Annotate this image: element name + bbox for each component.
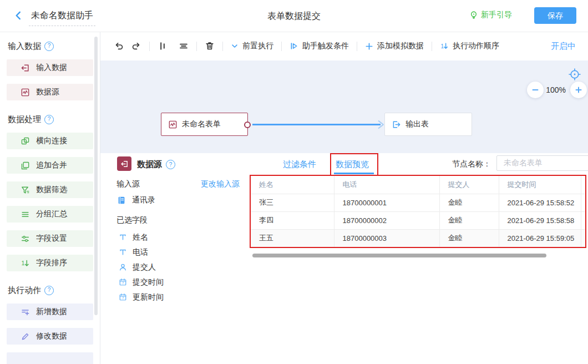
sidebar-item-label: 数据源 <box>36 87 59 97</box>
guide-label: 新手引导 <box>481 10 512 20</box>
sidebar-item-label: 横向连接 <box>36 136 67 146</box>
sidebar-item-字段设置[interactable]: 字段设置 <box>7 230 93 247</box>
section-title-label: 执行动作 <box>8 285 41 296</box>
table-header-cell: 姓名 <box>251 176 334 194</box>
guide-link[interactable]: 新手引导 <box>469 10 512 20</box>
align-horizontal-button[interactable] <box>179 41 189 51</box>
field-label: 更新时间 <box>133 292 164 302</box>
form-node[interactable]: 未命名表单 <box>161 113 248 136</box>
add-mock-data-button[interactable]: 添加模拟数据 <box>365 41 424 51</box>
sidebar-item-数据筛选[interactable]: 数据筛选 <box>7 181 93 198</box>
horizontal-join-icon <box>21 136 30 146</box>
align-vertical-icon <box>158 41 168 51</box>
tab-数据预览[interactable]: 数据预览 <box>336 159 369 170</box>
sidebar-item-label: 字段设置 <box>36 234 67 244</box>
section-title: 数据处理? <box>8 114 100 125</box>
source-name: 通讯录 <box>132 195 155 205</box>
sidebar-item-数据源[interactable]: 数据源 <box>7 84 93 100</box>
table-cell: 李四 <box>251 211 334 229</box>
add-row-icon <box>21 307 30 317</box>
table-cell: 张三 <box>251 194 334 211</box>
node-name-input[interactable] <box>496 155 588 171</box>
sidebar-item-追加合并[interactable]: 追加合并 <box>7 157 93 174</box>
app-root: 未命名数据助手 表单数据提交 新手引导 保存 输入数据?输入数据数据源数据处理?… <box>0 0 588 364</box>
table-cell <box>581 194 586 211</box>
trigger-play-icon <box>290 42 298 50</box>
preexec-button[interactable]: 前置执行 <box>231 41 273 51</box>
table-cell <box>581 229 586 247</box>
sidebar-item-新增数据[interactable]: 新增数据 <box>7 304 93 320</box>
sidebar-item-分组汇总[interactable]: 分组汇总 <box>7 206 93 223</box>
sidebar-item-横向连接[interactable]: 横向连接 <box>7 133 93 149</box>
output-node[interactable]: 输出表 <box>384 113 472 136</box>
redo-button[interactable] <box>131 41 141 51</box>
section-title: 输入数据? <box>8 41 100 52</box>
sidebar-item-字段排序[interactable]: 1字段排序 <box>7 255 93 271</box>
table-cell: 2021-06-29 15:58:52 <box>499 194 581 211</box>
locate-target-icon[interactable] <box>568 68 581 81</box>
table-row: 李四18700000002金睦2021-06-29 15:58:58 <box>251 211 586 229</box>
delete-button[interactable] <box>205 41 215 51</box>
selected-fields-label: 已选字段 <box>116 215 148 225</box>
align-vertical-button[interactable] <box>158 41 168 51</box>
table-cell: 2021-06-29 15:59:05 <box>499 229 581 247</box>
change-source-link[interactable]: 更改输入源 <box>201 179 240 189</box>
flow-canvas[interactable]: 未命名表单 输出表 100% <box>100 60 588 153</box>
pulse-chart-icon <box>21 88 30 97</box>
zoom-in-button[interactable] <box>570 82 587 98</box>
top-header: 未命名数据助手 表单数据提交 新手引导 保存 <box>0 0 588 32</box>
table-row: 王五18700000003金睦2021-06-29 15:59:05 <box>251 229 586 247</box>
bulb-icon <box>469 11 478 19</box>
canvas-toolbar: 前置执行 助手触发条件 添加模拟数据 1 执行动作顺序 开启中 <box>100 32 588 60</box>
help-icon[interactable]: ? <box>44 42 54 51</box>
sidebar-scrollbar[interactable] <box>94 37 98 315</box>
field-label: 姓名 <box>133 232 148 242</box>
table-cell: 18700000001 <box>334 194 439 211</box>
calendar-icon: 7 <box>118 278 127 286</box>
field-item-提交人[interactable]: 提交人 <box>118 260 164 275</box>
table-cell: 王五 <box>251 229 334 247</box>
field-item-更新时间[interactable]: 7更新时间 <box>118 290 164 305</box>
active-tab-underline <box>334 173 374 174</box>
help-icon[interactable]: ? <box>44 286 54 295</box>
sidebar-item-partial[interactable] <box>7 352 93 364</box>
import-icon <box>21 63 30 73</box>
field-label: 提交人 <box>133 262 156 272</box>
horizontal-scrollbar[interactable] <box>252 254 546 257</box>
tab-过滤条件[interactable]: 过滤条件 <box>283 159 316 170</box>
data-preview-table: 姓名电话提交人提交时间张三18700000001金睦2021-06-29 15:… <box>251 176 586 247</box>
help-icon[interactable]: ? <box>44 115 54 124</box>
field-label: 电话 <box>133 247 148 257</box>
zoom-level: 100% <box>546 85 566 94</box>
field-item-电话[interactable]: 电话 <box>118 245 164 260</box>
undo-button[interactable] <box>114 41 124 51</box>
sidebar-item-输入数据[interactable]: 输入数据 <box>7 59 93 76</box>
address-book-icon <box>117 196 126 205</box>
status-badge[interactable]: 开启中 <box>551 41 576 52</box>
export-icon <box>392 120 401 129</box>
sidebar-item-label: 分组汇总 <box>36 209 67 219</box>
config-panel: 数据源 ? 过滤条件数据预览 节点名称： 输入源 更改输入源 通讯录 已选字段 … <box>100 153 588 364</box>
table-cell: 金睦 <box>439 211 499 229</box>
action-order-button[interactable]: 1 执行动作顺序 <box>440 41 499 51</box>
source-item[interactable]: 通讯录 <box>117 195 155 205</box>
help-icon[interactable]: ? <box>166 160 175 169</box>
field-item-提交时间[interactable]: 7提交时间 <box>118 275 164 290</box>
text-field-icon <box>118 248 127 256</box>
form-node-label: 未命名表单 <box>182 119 221 129</box>
zoom-out-button[interactable] <box>527 82 544 98</box>
trigger-condition-button[interactable]: 助手触发条件 <box>290 41 349 51</box>
table-header-cell: 提交时间 <box>499 176 581 194</box>
filter-icon <box>21 185 30 195</box>
redo-icon <box>131 41 141 51</box>
chevron-down-icon <box>231 42 239 50</box>
field-item-姓名[interactable]: 姓名 <box>118 230 164 245</box>
sidebar-item-label: 追加合并 <box>36 160 67 170</box>
calendar-icon: 7 <box>118 293 127 301</box>
table-cell <box>581 211 586 229</box>
field-label: 提交时间 <box>133 277 164 287</box>
sidebar-item-修改数据[interactable]: 修改数据 <box>7 328 93 345</box>
save-button[interactable]: 保存 <box>534 7 576 24</box>
sidebar-item-label: 字段排序 <box>36 258 67 268</box>
table-cell: 金睦 <box>439 194 499 211</box>
